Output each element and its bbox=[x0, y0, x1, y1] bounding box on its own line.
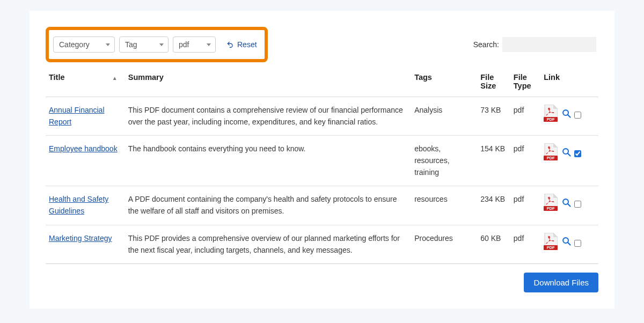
svg-line-11 bbox=[568, 204, 570, 207]
download-files-button[interactable]: Download Files bbox=[524, 273, 598, 292]
svg-text:PDF: PDF bbox=[547, 245, 555, 250]
tags-cell: resources bbox=[411, 186, 477, 225]
search-label: Search: bbox=[473, 40, 499, 49]
file-size-cell: 234 KB bbox=[477, 186, 510, 225]
table-row: Annual Financial Report This PDF documen… bbox=[46, 97, 598, 136]
search-input[interactable] bbox=[502, 37, 596, 52]
svg-text:PDF: PDF bbox=[547, 117, 555, 122]
filters-highlight: Category Tag pdf Reset bbox=[46, 27, 268, 62]
preview-icon[interactable] bbox=[562, 198, 571, 211]
table-row: Marketing Strategy This PDF provides a c… bbox=[46, 225, 598, 263]
document-title-link[interactable]: Employee handbook bbox=[49, 144, 118, 153]
column-header-file-type[interactable]: File Type bbox=[510, 68, 540, 97]
filter-group: Category Tag pdf Reset bbox=[53, 36, 257, 53]
document-title-link[interactable]: Health and Safety Guidelines bbox=[49, 195, 108, 215]
svg-line-15 bbox=[568, 243, 570, 245]
summary-cell: A PDF document containing the company's … bbox=[125, 186, 411, 225]
preview-icon[interactable] bbox=[562, 237, 571, 249]
table-row: Employee handbook The handbook contains … bbox=[46, 136, 598, 186]
link-cell: PDF bbox=[540, 225, 598, 263]
link-cell: PDF bbox=[540, 136, 598, 186]
pdf-file-icon: PDF bbox=[544, 233, 558, 254]
table-row: Health and Safety Guidelines A PDF docum… bbox=[46, 186, 598, 225]
tags-cell: Procedures bbox=[411, 225, 477, 263]
link-cell: PDF bbox=[540, 97, 598, 136]
documents-table: Title ▲ Summary Tags File Size File Type… bbox=[46, 68, 598, 264]
column-header-link[interactable]: Link bbox=[540, 68, 598, 97]
reset-label: Reset bbox=[237, 40, 257, 49]
svg-text:PDF: PDF bbox=[547, 156, 555, 160]
top-row: Category Tag pdf Reset bbox=[46, 27, 598, 62]
tags-cell: ebooks, resources, training bbox=[411, 136, 477, 186]
column-header-tags[interactable]: Tags bbox=[411, 68, 477, 97]
summary-cell: This PDF provides a comprehensive overvi… bbox=[125, 225, 411, 263]
row-select-checkbox[interactable] bbox=[574, 201, 581, 208]
file-type-cell: pdf bbox=[510, 186, 540, 225]
tags-cell: Analysis bbox=[411, 97, 477, 136]
file-type-cell: pdf bbox=[510, 136, 540, 186]
summary-cell: The handbook contains everything you nee… bbox=[125, 136, 411, 186]
table-footer: Download Files bbox=[46, 273, 598, 292]
file-size-cell: 60 KB bbox=[477, 225, 510, 263]
pdf-file-icon: PDF bbox=[544, 143, 558, 164]
pdf-file-icon: PDF bbox=[544, 105, 558, 126]
category-select[interactable]: Category bbox=[53, 36, 115, 53]
undo-icon bbox=[226, 41, 234, 48]
svg-line-3 bbox=[568, 114, 570, 117]
tag-select-label: Tag bbox=[125, 40, 137, 49]
pdf-file-icon: PDF bbox=[544, 194, 558, 215]
summary-cell: This PDF document contains a comprehensi… bbox=[125, 97, 411, 136]
chevron-down-icon bbox=[106, 43, 110, 46]
reset-button[interactable]: Reset bbox=[226, 40, 257, 49]
column-header-summary[interactable]: Summary bbox=[125, 68, 411, 97]
file-size-cell: 154 KB bbox=[477, 136, 510, 186]
chevron-down-icon bbox=[207, 43, 211, 46]
file-type-cell: pdf bbox=[510, 225, 540, 263]
category-select-label: Category bbox=[59, 40, 90, 49]
page: Category Tag pdf Reset bbox=[30, 11, 614, 309]
chevron-down-icon bbox=[159, 43, 164, 46]
svg-text:PDF: PDF bbox=[547, 206, 555, 211]
svg-line-7 bbox=[568, 153, 570, 156]
column-header-title[interactable]: Title ▲ bbox=[46, 68, 125, 97]
tag-select[interactable]: Tag bbox=[119, 36, 169, 53]
row-select-checkbox[interactable] bbox=[574, 240, 581, 247]
file-size-cell: 73 KB bbox=[477, 97, 510, 136]
preview-icon[interactable] bbox=[562, 109, 571, 122]
sort-asc-icon: ▲ bbox=[112, 75, 118, 81]
link-cell: PDF bbox=[540, 186, 598, 225]
row-select-checkbox[interactable] bbox=[574, 150, 581, 157]
search: Search: bbox=[473, 37, 596, 52]
preview-icon[interactable] bbox=[562, 148, 571, 160]
document-title-link[interactable]: Annual Financial Report bbox=[49, 106, 105, 126]
row-select-checkbox[interactable] bbox=[574, 112, 581, 119]
filetype-select[interactable]: pdf bbox=[173, 36, 216, 53]
file-type-cell: pdf bbox=[510, 97, 540, 136]
column-header-file-size[interactable]: File Size bbox=[477, 68, 510, 97]
filetype-select-value: pdf bbox=[179, 40, 189, 49]
document-title-link[interactable]: Marketing Strategy bbox=[49, 234, 112, 243]
